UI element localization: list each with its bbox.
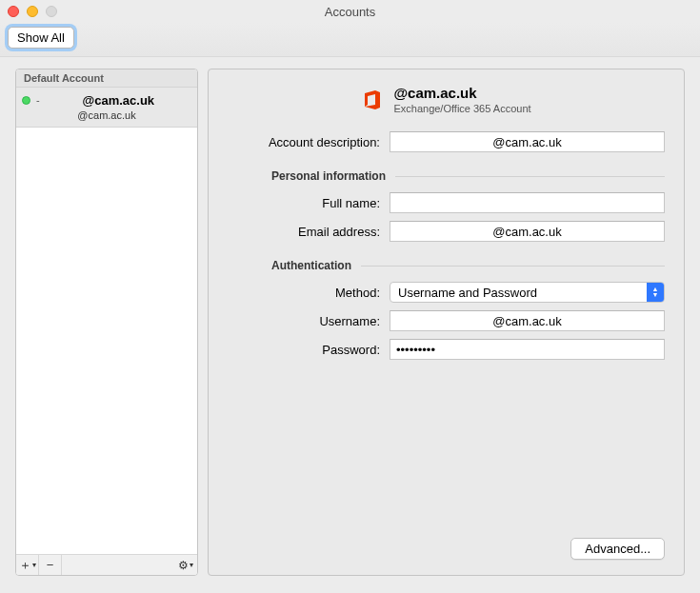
- account-item-name: @cam.ac.uk: [83, 93, 155, 108]
- account-item-sub: @cam.ac.uk: [22, 109, 191, 121]
- chevron-down-icon: ▾: [32, 561, 36, 569]
- section-personal-label: Personal information: [271, 169, 386, 183]
- divider: [361, 266, 665, 267]
- sidebar-header: Default Account: [16, 69, 197, 88]
- section-personal: Personal information: [228, 169, 665, 183]
- remove-account-button[interactable]: −: [39, 555, 62, 575]
- add-account-button[interactable]: ＋▾: [16, 555, 39, 575]
- section-auth: Authentication: [228, 259, 665, 272]
- username-label: Username:: [228, 314, 390, 328]
- sidebar-footer: ＋▾ − ⚙▾: [16, 554, 197, 575]
- section-auth-label: Authentication: [271, 259, 351, 272]
- username-input[interactable]: [390, 310, 665, 331]
- method-label: Method:: [228, 286, 390, 300]
- email-input[interactable]: [390, 221, 665, 242]
- email-label: Email address:: [228, 225, 390, 239]
- titlebar: Accounts: [0, 0, 700, 23]
- gear-icon: ⚙: [178, 559, 189, 572]
- fullname-input[interactable]: [390, 192, 665, 213]
- account-list-body: [16, 128, 197, 554]
- toolbar: Show All: [0, 23, 700, 57]
- account-title: @cam.ac.uk: [393, 85, 530, 101]
- account-list-item[interactable]: - @cam.ac.uk @cam.ac.uk: [16, 88, 197, 128]
- desc-label: Account description:: [228, 135, 390, 149]
- chevron-down-icon: ▾: [190, 561, 193, 569]
- settings-button[interactable]: ⚙▾: [174, 555, 197, 575]
- account-description-input[interactable]: [390, 131, 665, 152]
- account-header: @cam.ac.uk Exchange/Office 365 Account: [228, 85, 665, 114]
- status-dot-icon: [22, 96, 30, 105]
- password-input[interactable]: [390, 339, 665, 360]
- accounts-sidebar: Default Account - @cam.ac.uk @cam.ac.uk …: [15, 69, 198, 576]
- office-365-icon: [361, 89, 384, 111]
- account-detail-pane: @cam.ac.uk Exchange/Office 365 Account A…: [208, 69, 685, 576]
- account-subtitle: Exchange/Office 365 Account: [393, 103, 530, 114]
- window-title: Accounts: [0, 5, 700, 19]
- show-all-button[interactable]: Show All: [8, 27, 74, 49]
- password-label: Password:: [228, 343, 390, 357]
- auth-method-select[interactable]: Username and Password: [390, 282, 665, 303]
- advanced-button[interactable]: Advanced...: [570, 538, 665, 560]
- status-dash: -: [36, 94, 40, 106]
- divider: [395, 176, 665, 177]
- fullname-label: Full name:: [228, 196, 390, 210]
